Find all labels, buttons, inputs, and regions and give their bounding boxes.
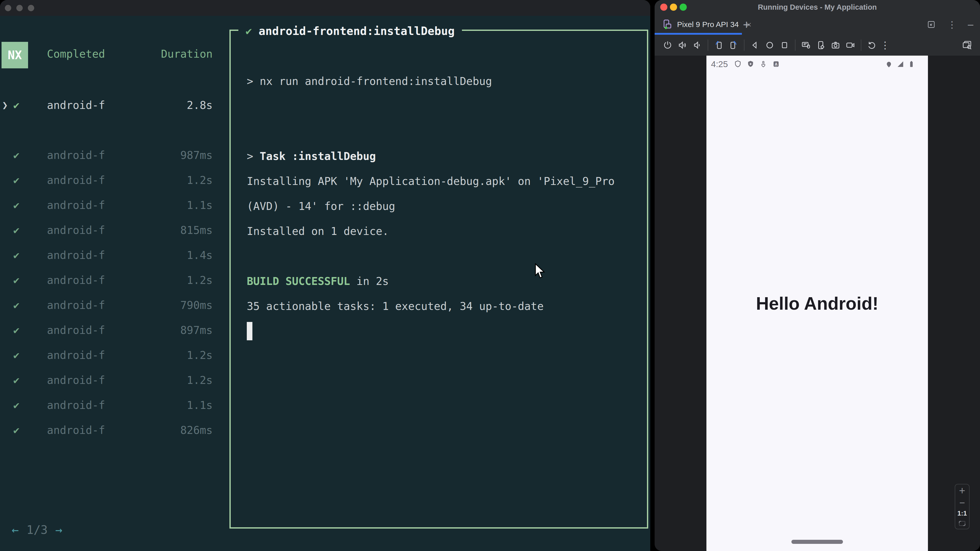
terminal-line: BUILD SUCCESSFUL in 2s [247, 268, 642, 294]
task-duration: 1.2s [187, 174, 213, 186]
next-page-arrow[interactable]: → [56, 523, 62, 537]
device-phone-icon [661, 19, 673, 30]
vpn-shield-icon [733, 60, 742, 68]
check-icon: ✔ [13, 324, 19, 336]
device-settings-button[interactable] [813, 38, 828, 52]
column-completed: Completed [47, 48, 105, 60]
volume-down-icon [692, 40, 702, 50]
task-row[interactable]: ✔ android-f 1.2s [0, 268, 230, 292]
task-name: android-f [47, 174, 105, 186]
maximize-button[interactable] [679, 3, 687, 11]
task-duration: 1.1s [187, 199, 213, 211]
terminal-line: (AVD) - 14' for ::debug [247, 194, 642, 219]
options-kebab-icon[interactable]: ⋮ [947, 19, 956, 30]
task-name: android-f [47, 299, 105, 311]
task-duration: 826ms [180, 424, 213, 437]
status-time: 4:25 [711, 59, 728, 69]
camera-icon [830, 40, 841, 50]
terminal-line [247, 319, 642, 344]
rotate-left-icon [714, 40, 724, 50]
check-icon: ✔ [13, 99, 19, 111]
task-duration: 1.2s [187, 349, 213, 362]
task-row[interactable]: ✔ android-f 1.1s [0, 192, 230, 218]
close-button-inactive[interactable] [5, 5, 11, 11]
terminal-line [247, 94, 642, 119]
terminal-line: > nx run android-frontend:installDebug [247, 68, 642, 94]
task-output-header: ✔ android-frontend:installDebug [239, 20, 462, 41]
tab-pixel-9-pro[interactable]: Pixel 9 Pro API 34 × [655, 14, 752, 35]
device-tabbar: Pixel 9 Pro API 34 × + ⋮ — [655, 14, 980, 35]
pagination: ← 1/3 → [12, 520, 62, 539]
task-row[interactable]: ✔ android-f 897ms [0, 318, 230, 343]
terminal-line: Installing APK 'My Application-debug.apk… [247, 168, 642, 194]
auto-translate-icon: A [772, 60, 780, 68]
hide-icon[interactable]: — [968, 19, 974, 30]
screen-record-button[interactable] [843, 38, 858, 52]
check-icon: ✔ [13, 349, 19, 361]
tab-label: Pixel 9 Pro API 34 [677, 20, 739, 29]
emulator-toolbar: ⋮ [655, 35, 980, 56]
zoom-in-button[interactable]: + [959, 486, 966, 496]
terminal-line [247, 244, 642, 268]
volume-down-button[interactable] [690, 38, 705, 52]
toolbar-separator [744, 40, 745, 51]
prev-page-arrow[interactable]: ← [12, 523, 19, 537]
fit-to-window-icon[interactable] [958, 519, 966, 528]
device-settings-icon [816, 40, 826, 50]
check-icon: ✔ [13, 299, 19, 311]
location-icon [885, 60, 893, 68]
navigation-handle [791, 540, 843, 544]
screenshot-button[interactable] [828, 38, 843, 52]
emulator-screen[interactable]: 4:25 [706, 56, 928, 551]
task-name: android-f [47, 324, 105, 337]
restart-icon [867, 40, 877, 50]
back-button[interactable] [748, 38, 762, 52]
add-tab-button[interactable]: + [743, 17, 750, 32]
volume-up-button[interactable] [675, 38, 690, 52]
rotate-left-button[interactable] [711, 38, 726, 52]
zoom-controls: + − 1:1 [955, 484, 969, 529]
check-icon: ✔ [13, 199, 19, 211]
minimize-button-inactive[interactable] [16, 5, 23, 11]
virtual-display-button[interactable] [799, 38, 813, 52]
task-duration: 1.2s [187, 274, 213, 286]
task-row[interactable]: ✔ android-f 1.1s [0, 392, 230, 418]
rotate-right-button[interactable] [726, 38, 741, 52]
device-display-area: 4:25 [655, 56, 980, 551]
terminal-window-titlebar [0, 0, 650, 16]
task-row[interactable]: ❯ ✔ android-f 2.8s [0, 93, 230, 118]
task-name: android-f [47, 374, 105, 386]
toolbar-separator [795, 40, 795, 51]
task-name: android-f [47, 349, 105, 362]
nx-logo: NX [2, 42, 28, 68]
home-button[interactable] [762, 38, 777, 52]
task-row[interactable]: ✔ android-f 1.4s [0, 243, 230, 268]
zoom-1to1-button[interactable]: 1:1 [957, 510, 967, 517]
task-row[interactable]: ✔ android-f 1.2s [0, 343, 230, 368]
check-icon: ✔ [13, 274, 19, 286]
zoom-out-button[interactable]: − [959, 498, 965, 508]
task-output-panel: ✔ android-frontend:installDebug > nx run… [229, 30, 648, 529]
column-duration: Duration [161, 48, 213, 60]
minimize-button[interactable] [670, 3, 677, 11]
float-window-icon[interactable] [926, 20, 936, 29]
android-statusbar: 4:25 [706, 56, 928, 73]
task-row[interactable]: ✔ android-f 1.2s [0, 368, 230, 392]
maximize-button-inactive[interactable] [28, 5, 34, 11]
task-row[interactable]: ✔ android-f 1.2s [0, 168, 230, 192]
snapshot-reset-button[interactable] [864, 38, 879, 52]
toolbar-more-icon[interactable]: ⋮ [879, 40, 891, 51]
play-protect-icon [746, 60, 755, 68]
task-row[interactable]: ✔ android-f 790ms [0, 292, 230, 318]
chevron-right-icon: ❯ [2, 100, 8, 111]
task-row[interactable]: ✔ android-f 815ms [0, 218, 230, 243]
close-button[interactable] [660, 3, 667, 11]
manage-windows-button[interactable] [959, 38, 974, 52]
task-duration: 1.2s [187, 374, 213, 386]
overview-button[interactable] [777, 38, 792, 52]
task-row[interactable]: ✔ android-f 826ms [0, 418, 230, 443]
power-button[interactable] [660, 38, 675, 52]
wellbeing-profile-icon [759, 60, 768, 68]
task-row[interactable]: ✔ android-f 987ms [0, 143, 230, 168]
terminal-line: 35 actionable tasks: 1 executed, 34 up-t… [247, 294, 642, 319]
